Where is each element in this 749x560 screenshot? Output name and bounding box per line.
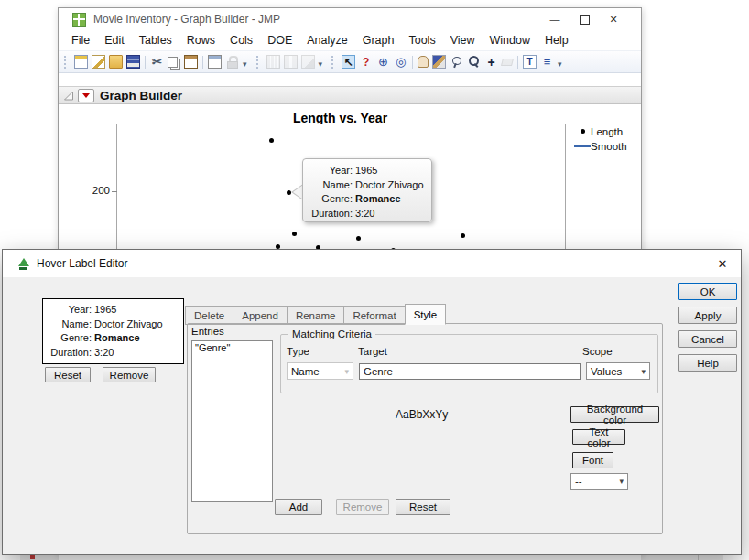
text-color-button[interactable]: Text color	[572, 429, 625, 445]
menu-file[interactable]: File	[64, 32, 97, 48]
dialog-close-button[interactable]: ✕	[713, 255, 732, 272]
menu-view[interactable]: View	[443, 32, 483, 48]
toolbar-overflow-icon[interactable]: ▾	[558, 59, 562, 69]
minimize-button[interactable]: —	[540, 8, 570, 30]
hover-label-value: 1965	[355, 164, 431, 178]
arrow-cursor-icon[interactable]: ↖	[342, 55, 355, 69]
copy-icon[interactable]	[168, 57, 178, 68]
help-icon[interactable]: ?	[359, 55, 373, 69]
menu-help[interactable]: Help	[537, 32, 576, 48]
mover-icon[interactable]: ⊕	[376, 55, 390, 69]
toolbar-grip-handle[interactable]	[64, 56, 69, 69]
close-button[interactable]: ✕	[599, 8, 628, 30]
scope-dropdown[interactable]: Values▾	[586, 362, 650, 380]
hover-label-value: Doctor Zhivago	[355, 178, 431, 193]
toolbar-overflow-icon[interactable]: ▾	[243, 59, 247, 69]
type-dropdown[interactable]: Name▾	[287, 362, 353, 380]
lock-icon[interactable]	[225, 55, 239, 69]
new-journal-icon[interactable]	[92, 55, 105, 69]
type-label: Type	[287, 346, 309, 357]
move-columns-icon[interactable]	[284, 55, 298, 69]
tab-reformat[interactable]: Reformat	[343, 306, 404, 325]
target-label: Target	[358, 346, 387, 357]
toolbar-separator	[412, 56, 413, 69]
menu-window[interactable]: Window	[483, 32, 537, 48]
tab-strip: DeleteAppendRenameReformatStyle	[185, 304, 446, 325]
y-axis-tick-label: 200	[73, 185, 110, 196]
outline-title: Graph Builder	[100, 89, 182, 102]
legend-label: Smooth	[591, 141, 627, 152]
hover-label-key: Duration:	[303, 207, 355, 221]
apply-button[interactable]: Apply	[678, 307, 737, 324]
menu-edit[interactable]: Edit	[97, 32, 132, 48]
menu-rows[interactable]: Rows	[179, 32, 223, 48]
background-color-button[interactable]: Background color	[570, 406, 659, 423]
target-input[interactable]: Genre	[359, 363, 581, 380]
help-button[interactable]: Help	[678, 354, 737, 372]
add-entry-button[interactable]: Add	[275, 499, 322, 515]
add-plus-icon[interactable]: +	[484, 55, 498, 69]
preview-reset-button[interactable]: Reset	[45, 367, 91, 382]
tab-append[interactable]: Append	[233, 306, 287, 325]
menu-tables[interactable]: Tables	[132, 32, 179, 48]
data-point[interactable]	[356, 236, 361, 241]
disclosure-triangle-icon[interactable]	[63, 90, 74, 102]
journal-window-icon[interactable]	[208, 55, 222, 69]
menu-graph[interactable]: Graph	[355, 32, 402, 48]
toolbar-grip-handle[interactable]	[331, 56, 336, 69]
menu-cols[interactable]: Cols	[223, 32, 260, 48]
maximize-icon	[580, 15, 590, 25]
outline-header[interactable]: Graph Builder	[59, 86, 641, 104]
tab-delete[interactable]: Delete	[185, 306, 233, 325]
dialog-jmp-icon	[17, 258, 29, 270]
chevron-down-icon: ▾	[619, 477, 624, 486]
save-icon[interactable]	[126, 55, 140, 69]
paste-icon[interactable]	[184, 55, 198, 69]
crosshair-target-icon[interactable]: ◎	[394, 55, 407, 69]
tab-style[interactable]: Style	[405, 304, 447, 325]
font-button[interactable]: Font	[572, 452, 613, 468]
hover-label-value: 3:20	[94, 346, 183, 361]
cancel-button[interactable]: Cancel	[678, 330, 737, 348]
menu-analyze[interactable]: Analyze	[299, 32, 354, 48]
menu-bar: FileEditTablesRowsColsDOEAnalyzeGraphToo…	[59, 30, 641, 50]
ok-button[interactable]: OK	[678, 283, 737, 300]
lasso-icon[interactable]	[450, 55, 463, 69]
menu-tools[interactable]: Tools	[401, 32, 442, 48]
open-icon[interactable]	[109, 55, 123, 69]
magnifier-icon[interactable]	[467, 55, 481, 69]
toolbar-group: ✂▾	[62, 55, 249, 69]
eraser-icon[interactable]	[501, 59, 514, 66]
maximize-button[interactable]	[570, 8, 599, 30]
line-marker-icon	[574, 145, 591, 147]
hand-grab-icon[interactable]	[418, 56, 429, 68]
outline-menu-button[interactable]	[78, 89, 94, 102]
data-point[interactable]	[461, 233, 465, 238]
toolbar-grip-handle[interactable]	[256, 56, 261, 69]
title-bar: Movie Inventory - Graph Builder - JMP — …	[59, 8, 641, 30]
preview-remove-button[interactable]: Remove	[103, 367, 156, 382]
menu-doe[interactable]: DOE	[260, 32, 299, 48]
matching-criteria-groupbox: Matching Criteria Type Name▾ Target Genr…	[280, 334, 658, 393]
entries-listbox[interactable]: "Genre"	[191, 340, 273, 502]
cut-icon[interactable]: ✂	[150, 55, 164, 69]
list-item[interactable]: "Genre"	[192, 341, 272, 354]
line-annotation-icon[interactable]: ≡	[540, 55, 554, 69]
tab-rename[interactable]: Rename	[287, 306, 343, 325]
remove-entry-button[interactable]: Remove	[336, 499, 389, 515]
hover-label-key: Name:	[303, 178, 355, 193]
brush-icon[interactable]	[432, 55, 446, 69]
data-grid-icon[interactable]	[266, 55, 280, 69]
text-annotation-icon[interactable]: T	[523, 55, 537, 69]
data-point[interactable]	[269, 138, 274, 143]
add-graph-icon[interactable]	[301, 55, 315, 69]
hover-label-row: Duration:3:20	[303, 207, 431, 221]
toolbar-overflow-icon[interactable]: ▾	[319, 59, 323, 69]
data-point[interactable]	[292, 232, 297, 236]
new-data-table-icon[interactable]	[74, 55, 88, 69]
hover-label-key: Duration:	[43, 346, 94, 361]
hover-label-row: Duration:3:20	[43, 346, 183, 361]
jmp-logo-icon	[72, 13, 86, 27]
style-extra-dropdown[interactable]: --▾	[570, 473, 628, 490]
reset-entry-button[interactable]: Reset	[396, 499, 450, 515]
